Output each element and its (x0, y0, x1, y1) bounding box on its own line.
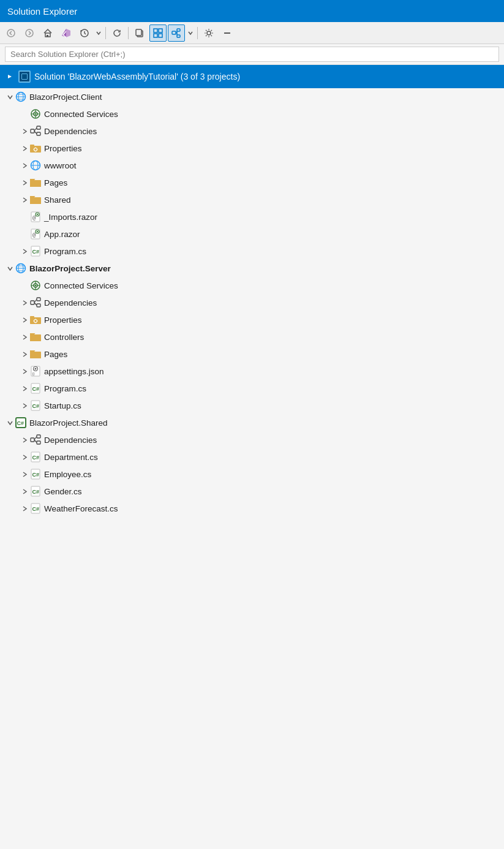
collapse-button[interactable] (219, 25, 236, 42)
copy-button[interactable] (131, 25, 148, 42)
tree-item-blazorclient[interactable]: BlazorProject.Client (0, 88, 504, 105)
history-dropdown[interactable] (94, 25, 103, 42)
globe-icon (15, 91, 27, 103)
connected-services-icon (29, 108, 42, 120)
svg-rect-29 (37, 126, 40, 129)
history-button[interactable] (76, 25, 93, 42)
tree-item-client-program[interactable]: C# Program.cs (0, 243, 504, 260)
svg-rect-30 (37, 132, 40, 135)
svg-line-98 (34, 437, 37, 440)
forward-button[interactable] (21, 25, 38, 42)
tree-item-client-deps[interactable]: Dependencies (0, 123, 504, 140)
tree-item-shared-department[interactable]: C# Department.cs (0, 448, 504, 466)
tree-item-server-appsettings[interactable]: {} appsettings.json (0, 363, 504, 380)
no-arrow-client-app (20, 229, 29, 239)
tree-container: BlazorProject.Client Connected Services … (0, 88, 504, 517)
tree-item-server-pages[interactable]: Pages (0, 345, 504, 363)
expand-arrow-client-deps (20, 126, 29, 136)
tree-item-server-props[interactable]: Properties (0, 311, 504, 328)
tree-item-client-app[interactable]: @ App.razor (0, 225, 504, 243)
tree-item-server-connected[interactable]: Connected Services (0, 277, 504, 294)
expand-arrow-shared-weather (20, 504, 29, 513)
expand-arrow-blazorshared (5, 418, 15, 428)
svg-point-50 (37, 214, 38, 215)
item-label-server-program: Program.cs (44, 384, 86, 393)
svg-text:C#: C# (32, 506, 40, 512)
item-label-blazorserver: BlazorProject.Server (29, 264, 111, 273)
svg-rect-82 (30, 333, 34, 335)
search-bar (0, 44, 504, 65)
svg-rect-97 (37, 441, 40, 444)
expand-arrow-client-props (20, 143, 29, 153)
svg-line-31 (34, 128, 37, 132)
item-label-client-shared: Shared (44, 195, 71, 205)
item-label-server-pages: Pages (44, 350, 67, 359)
title-bar: Solution Explorer (0, 0, 504, 22)
item-label-blazorclient: BlazorProject.Client (29, 92, 102, 102)
item-label-client-program: Program.cs (44, 247, 86, 256)
tree-item-blazorshared[interactable]: C# BlazorProject.Shared (0, 414, 504, 431)
svg-point-64 (35, 285, 37, 287)
svg-rect-9 (154, 34, 157, 37)
svg-rect-70 (37, 298, 40, 301)
toggle-button[interactable] (149, 25, 167, 42)
svg-point-23 (35, 113, 37, 115)
tree-item-shared-deps[interactable]: Dependencies (0, 431, 504, 448)
search-input[interactable] (5, 47, 499, 62)
connected-services-icon (29, 279, 42, 292)
tree-item-client-props[interactable]: Properties (0, 140, 504, 157)
globe-small-icon (29, 159, 42, 172)
sync-button[interactable] (108, 25, 126, 42)
item-label-client-props: Properties (44, 144, 82, 153)
item-label-shared-gender: Gender.cs (44, 487, 82, 496)
tree-item-client-connected[interactable]: Connected Services (0, 105, 504, 123)
json-file-icon: {} (29, 365, 42, 377)
tree-item-shared-gender[interactable]: C# Gender.cs (0, 483, 504, 500)
dependencies-icon (29, 434, 42, 446)
tree-item-blazorserver[interactable]: BlazorProject.Server (0, 260, 504, 277)
tree-item-server-startup[interactable]: C# Startup.cs (0, 397, 504, 414)
svg-rect-10 (159, 34, 162, 37)
settings-button[interactable] (200, 25, 217, 42)
item-label-client-pages: Pages (44, 178, 67, 187)
svg-rect-3 (47, 35, 48, 37)
folder-icon (29, 348, 42, 360)
item-label-client-wwwroot: wwwroot (44, 161, 77, 170)
svg-text:C#: C# (17, 420, 24, 426)
tree-item-server-program[interactable]: C# Program.cs (0, 380, 504, 397)
expand-arrow-shared-gender (20, 486, 29, 496)
svg-text:C#: C# (32, 249, 40, 255)
tree-item-client-pages[interactable]: Pages (0, 174, 504, 191)
home-button[interactable] (39, 25, 56, 42)
svg-rect-69 (31, 301, 34, 304)
item-label-client-connected: Connected Services (44, 110, 118, 119)
csharp-project-icon: C# (15, 417, 27, 429)
svg-point-0 (7, 29, 15, 37)
svg-text:{}: {} (32, 372, 35, 375)
csharp-file-icon: C# (29, 502, 42, 515)
back-button[interactable] (2, 25, 20, 42)
vs-icon-button[interactable] (58, 25, 75, 42)
tree-item-client-imports[interactable]: @ _Imports.razor (0, 208, 504, 225)
svg-point-54 (37, 231, 38, 232)
svg-text:C#: C# (32, 455, 40, 461)
no-arrow-client-imports (20, 212, 29, 222)
expand-arrow-client-pages (20, 178, 29, 187)
tree-item-shared-employee[interactable]: C# Employee.cs (0, 466, 504, 483)
tree-item-shared-weather[interactable]: C# WeatherForecast.cs (0, 500, 504, 517)
tree-dropdown[interactable] (186, 25, 195, 42)
globe-icon (15, 262, 27, 274)
tree-item-server-deps[interactable]: Dependencies (0, 294, 504, 311)
expand-arrow-client-wwwroot (20, 160, 29, 170)
expand-arrow-client-shared (20, 195, 29, 205)
expand-arrow-shared-department (20, 452, 29, 462)
expand-arrow-server-deps (20, 298, 29, 308)
solution-collapse-arrow (5, 74, 15, 80)
tree-item-client-shared[interactable]: Shared (0, 191, 504, 208)
tree-item-client-wwwroot[interactable]: wwwroot (0, 157, 504, 174)
svg-point-14 (207, 31, 211, 35)
svg-rect-46 (30, 196, 34, 198)
tree-item-server-controllers[interactable]: Controllers (0, 328, 504, 345)
tree-button[interactable] (168, 25, 185, 42)
solution-row[interactable]: Solution 'BlazorWebAssemblyTutorial' (3 … (0, 65, 504, 88)
